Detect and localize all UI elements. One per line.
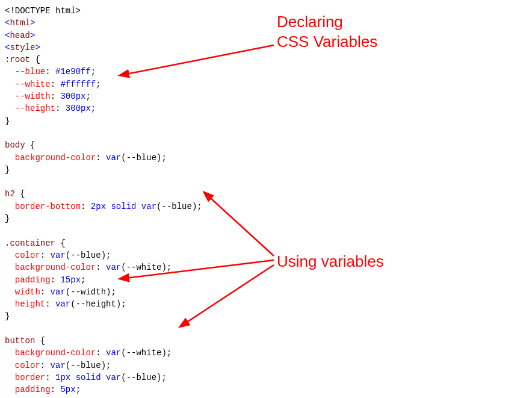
code-line: <!DOCTYPE html>	[5, 6, 81, 16]
annotation-text: Using variables	[277, 252, 384, 270]
annotation-using: Using variables	[277, 252, 384, 272]
annotation-declaring: Declaring CSS Variables	[277, 12, 377, 51]
code-block: <!DOCTYPE html> <html> <head> <style> :r…	[5, 5, 527, 398]
annotation-text: Declaring	[277, 12, 377, 32]
annotation-text: CSS Variables	[277, 32, 377, 52]
